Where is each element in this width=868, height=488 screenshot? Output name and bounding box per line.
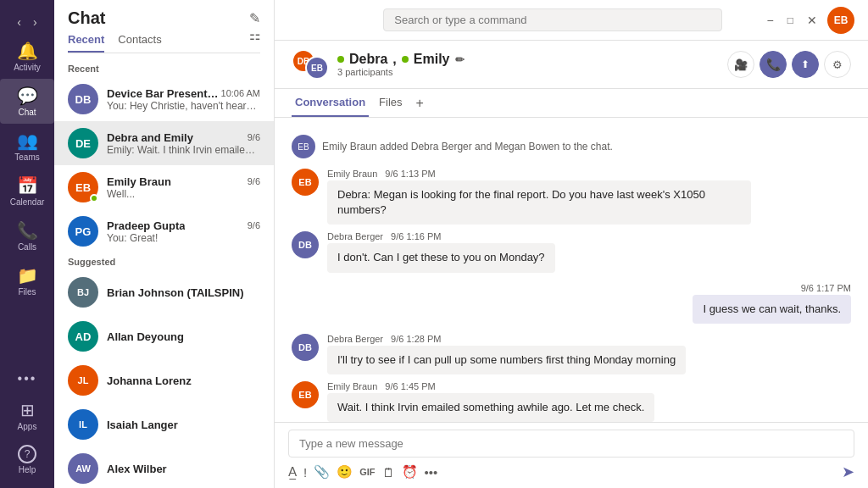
chat-panel-title: Chat — [68, 8, 105, 28]
message-group-5: EB Emily Braun 9/6 1:45 PM Wait. I think… — [292, 381, 851, 422]
top-bar-right: − □ ✕ EB — [764, 7, 854, 34]
messages-area: EB Emily Braun added Debra Berger and Me… — [275, 118, 868, 422]
sticker-icon[interactable]: 🗒 — [382, 465, 395, 480]
chat-item-allan-deyoung[interactable]: AD Allan Deyoung — [54, 314, 274, 358]
chat-time-pradeep-gupta: 9/6 — [248, 220, 260, 230]
tab-files[interactable]: Files — [376, 89, 405, 117]
gif-icon[interactable]: GIF — [359, 467, 375, 477]
sidebar-item-calls[interactable]: 📞 Calls — [0, 214, 54, 258]
sidebar-label-teams: Teams — [14, 152, 39, 162]
attach-icon[interactable]: 📎 — [314, 464, 330, 480]
add-tab-button[interactable]: + — [413, 92, 427, 114]
sidebar-item-files[interactable]: 📁 Files — [0, 258, 54, 303]
main-area: − □ ✕ EB DB EB Debra, Emily ✏ 3 particip… — [275, 0, 868, 488]
avatar-brian-johnson: BJ — [68, 277, 98, 308]
msg-avatar-2: DB — [292, 231, 319, 258]
format-icon[interactable]: A̲ — [288, 464, 297, 480]
chat-item-alex-wilber[interactable]: AW Alex Wilber — [54, 446, 274, 488]
more-icon: ••• — [18, 371, 37, 386]
chat-name-johanna-lorenz: Johanna Lorenz — [107, 374, 192, 387]
avatar-emily-braun: EB — [68, 172, 98, 202]
msg-time-1: 9/6 1:13 PM — [385, 169, 435, 179]
msg-time-4: 9/6 1:28 PM — [391, 334, 441, 344]
chat-item-isaiah-langer[interactable]: IL Isaiah Langer — [54, 402, 274, 446]
important-icon[interactable]: ! — [303, 465, 307, 480]
chat-item-pradeep-gupta[interactable]: PG Pradeep Gupta 9/6 You: Great! — [54, 209, 274, 253]
tab-conversation[interactable]: Conversation — [292, 89, 369, 117]
conv-participant-count: 3 participants — [337, 67, 465, 77]
sidebar-label-activity: Activity — [14, 63, 41, 72]
conv-avatars: DB EB — [292, 49, 329, 80]
msg-sender-1: Emily Braun — [327, 169, 377, 179]
emoji-icon[interactable]: 🙂 — [337, 464, 353, 480]
sidebar-item-apps[interactable]: ⊞ Apps — [0, 393, 54, 438]
suggested-section-label: Suggested — [54, 253, 274, 270]
sidebar-item-calendar[interactable]: 📅 Calendar — [0, 169, 54, 214]
nav-forward-arrow[interactable]: › — [30, 14, 41, 30]
more-tools-icon[interactable]: ••• — [425, 465, 438, 480]
avatar-isaiah-langer: IL — [68, 409, 98, 440]
chat-name-emily-braun: Emily Braun — [107, 175, 171, 188]
sidebar-label-files: Files — [18, 287, 36, 297]
avatar-johanna-lorenz: JL — [68, 365, 98, 396]
msg-avatar-4: DB — [292, 334, 319, 361]
conv-avatar-emily: EB — [305, 56, 329, 80]
system-message: EB Emily Braun added Debra Berger and Me… — [292, 135, 851, 158]
chat-item-johanna-lorenz[interactable]: JL Johanna Lorenz — [54, 358, 274, 402]
search-input[interactable] — [383, 8, 722, 31]
sidebar-item-chat[interactable]: 💬 Chat — [0, 79, 54, 124]
online-indicator — [90, 194, 98, 202]
msg-bubble-1: Debra: Megan is looking for the final re… — [327, 180, 751, 225]
schedule-icon[interactable]: ⏰ — [402, 464, 418, 480]
sidebar-nav: ‹ › 🔔 Activity 💬 Chat 👥 Teams 📅 Calendar… — [0, 0, 54, 488]
nav-back-arrow[interactable]: ‹ — [14, 14, 25, 30]
conv-participant-debra: Debra — [349, 52, 387, 67]
chat-item-debra-emily[interactable]: DE Debra and Emily 9/6 Emily: Wait. I th… — [54, 121, 274, 165]
avatar-alex-wilber: AW — [68, 453, 98, 484]
msg-avatar-5: EB — [292, 381, 319, 408]
message-group-4: DB Debra Berger 9/6 1:28 PM I'll try to … — [292, 334, 851, 374]
message-input-area: A̲ ! 📎 🙂 GIF 🗒 ⏰ ••• ➤ — [275, 422, 868, 488]
compose-icon[interactable]: ✎ — [249, 10, 260, 26]
conv-header-actions: 🎥 📞 ⬆ ⚙ — [727, 51, 851, 78]
chat-preview-pradeep-gupta: You: Great! — [107, 232, 260, 244]
minimize-icon[interactable]: − — [764, 14, 777, 27]
msg-time-2: 9/6 1:16 PM — [391, 231, 441, 241]
msg-meta-2: Debra Berger 9/6 1:16 PM — [327, 231, 555, 241]
chat-name-debra-emily: Debra and Emily — [107, 131, 193, 144]
video-btn[interactable]: 🎥 — [727, 51, 754, 78]
avatar-debra-emily: DE — [68, 128, 98, 158]
send-button[interactable]: ➤ — [842, 463, 854, 481]
sidebar-item-more[interactable]: ••• — [0, 364, 54, 393]
presence-dot-debra — [337, 56, 344, 63]
sidebar-item-activity[interactable]: 🔔 Activity — [0, 34, 54, 79]
chat-item-device-bar[interactable]: DB Device Bar Presentati... 10:06 AM You… — [54, 77, 274, 121]
edit-icon[interactable]: ✏ — [455, 53, 465, 66]
maximize-icon[interactable]: □ — [784, 14, 797, 26]
sidebar-label-calls: Calls — [18, 242, 36, 252]
chat-preview-debra-emily: Emily: Wait. I think Irvin emailed s... — [107, 144, 260, 156]
message-input[interactable] — [288, 430, 854, 458]
chat-item-emily-braun[interactable]: EB Emily Braun 9/6 Well... — [54, 165, 274, 209]
chat-list: Recent DB Device Bar Presentati... 10:06… — [54, 60, 274, 488]
sidebar-label-help: Help — [19, 465, 36, 474]
user-avatar[interactable]: EB — [827, 7, 854, 34]
sidebar-item-help[interactable]: ? Help — [0, 438, 54, 481]
chat-item-brian-johnson[interactable]: BJ Brian Johnson (TAILSPIN) — [54, 270, 274, 314]
filter-icon[interactable]: ⚏ — [249, 28, 260, 53]
tab-contacts[interactable]: Contacts — [118, 28, 161, 53]
chat-panel: Chat ✎ Recent Contacts ⚏ Recent DB Devic… — [54, 0, 275, 488]
close-icon[interactable]: ✕ — [804, 14, 821, 27]
conv-header-left: DB EB Debra, Emily ✏ 3 participants — [292, 49, 465, 80]
tab-recent[interactable]: Recent — [68, 28, 104, 53]
chat-name-allan-deyoung: Allan Deyoung — [107, 330, 184, 343]
more-options-btn[interactable]: ⚙ — [824, 51, 851, 78]
avatar-pradeep-gupta: PG — [68, 216, 98, 247]
chat-preview-emily-braun: Well... — [107, 188, 260, 200]
msg-sender-2: Debra Berger — [327, 231, 383, 241]
screen-share-btn[interactable]: ⬆ — [792, 51, 819, 78]
call-btn[interactable]: 📞 — [760, 51, 787, 78]
sidebar-item-teams[interactable]: 👥 Teams — [0, 124, 54, 169]
chat-time-emily-braun: 9/6 — [248, 176, 260, 186]
chat-icon: 💬 — [17, 86, 38, 106]
